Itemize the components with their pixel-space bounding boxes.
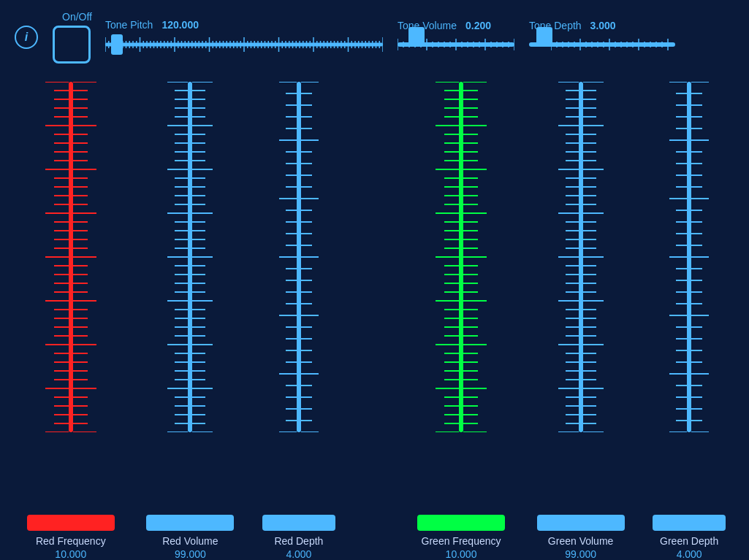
red-frequency-column: Red Frequency 10.000 xyxy=(23,82,118,560)
tone-pitch-value: 120.000 xyxy=(161,19,199,31)
svg-rect-641 xyxy=(687,82,691,432)
depth-thumb[interactable] xyxy=(536,27,552,46)
tone-volume-slider[interactable] xyxy=(398,34,514,55)
green-freq-value: 10.000 xyxy=(446,548,477,560)
red-depth-svg xyxy=(262,82,335,432)
red-volume-column: Red Volume 99.000 xyxy=(142,82,237,560)
tone-depth-value: 3.000 xyxy=(590,20,616,31)
svg-rect-329 xyxy=(188,82,192,432)
red-vol-svg xyxy=(142,82,237,432)
on-off-toggle[interactable] xyxy=(53,26,91,64)
green-freq-base xyxy=(417,515,505,531)
vol-thumb[interactable] xyxy=(408,27,425,46)
red-vol-value: 99.000 xyxy=(175,548,206,560)
info-icon[interactable]: i xyxy=(15,26,38,49)
green-vol-value: 99.000 xyxy=(565,548,596,560)
app-container: i On/Off Tone Pitch 120.000 // Will rend… xyxy=(0,0,749,560)
green-vol-name: Green Volume xyxy=(548,535,614,547)
tone-volume-value: 0.200 xyxy=(465,20,491,31)
green-vol-base xyxy=(537,515,625,531)
green-vol-slider[interactable] xyxy=(533,82,628,512)
green-freq-name: Green Frequency xyxy=(422,535,501,547)
tone-pitch-section: Tone Pitch 120.000 // Will render inline xyxy=(105,19,383,55)
on-off-label: On/Off xyxy=(62,11,92,23)
red-vol-name: Red Volume xyxy=(162,535,218,547)
red-depth-slider[interactable] xyxy=(262,82,335,512)
red-freq-svg xyxy=(23,82,118,432)
red-freq-base xyxy=(27,515,115,531)
tone-volume-section: Tone Volume 0.200 xyxy=(398,20,514,55)
red-freq-name: Red Frequency xyxy=(36,535,106,547)
top-bar: i On/Off Tone Pitch 120.000 // Will rend… xyxy=(0,0,749,74)
tone-depth-section: Tone Depth 3.000 xyxy=(529,20,675,55)
tone-pitch-label: Tone Pitch xyxy=(105,19,153,31)
red-vol-slider[interactable] xyxy=(142,82,237,512)
green-vol-svg xyxy=(533,82,628,432)
red-freq-slider[interactable] xyxy=(23,82,118,512)
red-depth-name: Red Depth xyxy=(274,535,323,547)
green-depth-base xyxy=(653,515,726,531)
green-freq-svg xyxy=(414,82,509,432)
red-freq-value: 10.000 xyxy=(55,548,86,560)
red-depth-column: Red Depth 4.000 xyxy=(262,82,335,560)
green-frequency-column: Green Frequency 10.000 xyxy=(414,82,509,560)
pitch-thumb[interactable] xyxy=(111,34,123,55)
red-depth-base xyxy=(262,515,335,531)
green-depth-value: 4.000 xyxy=(677,548,702,560)
pitch-ticks: // Will render inline xyxy=(105,34,383,55)
green-depth-svg xyxy=(653,82,726,432)
tone-depth-slider[interactable] xyxy=(529,34,675,55)
green-freq-slider[interactable] xyxy=(414,82,509,512)
tone-volume-label: Tone Volume xyxy=(398,20,457,31)
svg-rect-475 xyxy=(459,82,463,432)
svg-rect-558 xyxy=(579,82,583,432)
green-depth-column: Green Depth 4.000 xyxy=(653,82,726,560)
red-depth-value: 4.000 xyxy=(286,548,311,560)
green-depth-slider[interactable] xyxy=(653,82,726,512)
green-depth-name: Green Depth xyxy=(660,535,718,547)
red-vol-base xyxy=(146,515,234,531)
tone-pitch-slider[interactable]: // Will render inline xyxy=(105,34,383,55)
svg-rect-412 xyxy=(297,82,301,432)
svg-rect-246 xyxy=(69,82,73,432)
main-sliders-area: Red Frequency 10.000 Red Volume 99.000 xyxy=(0,74,749,560)
green-volume-column: Green Volume 99.000 xyxy=(533,82,628,560)
